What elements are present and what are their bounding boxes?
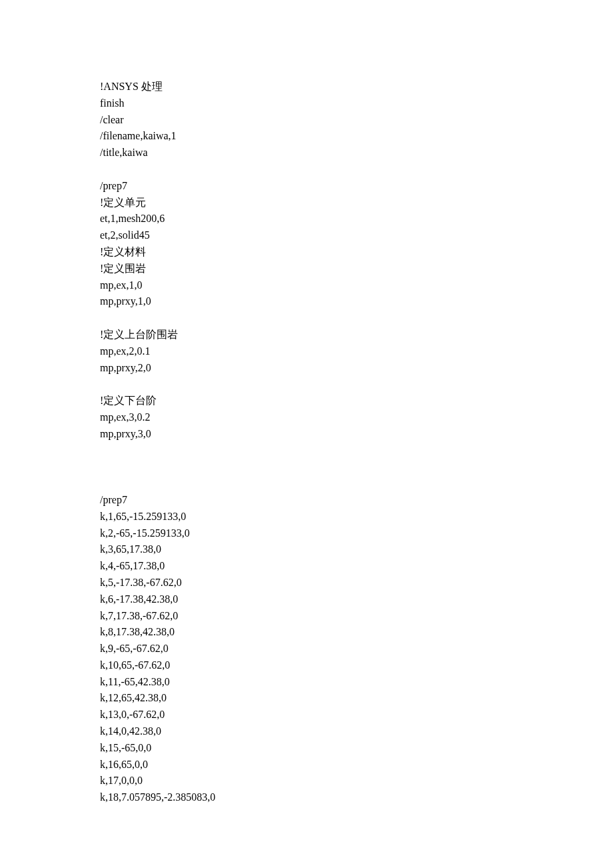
code-line: k,11,-65,42.38,0	[100, 674, 513, 691]
code-line: /clear	[100, 112, 513, 129]
code-line	[100, 475, 513, 492]
code-line	[100, 459, 513, 475]
code-line: k,5,-17.38,-67.62,0	[100, 575, 513, 591]
code-line: k,4,-65,17.38,0	[100, 558, 513, 575]
code-line: !定义上台阶围岩	[100, 327, 513, 343]
code-line: k,9,-65,-67.62,0	[100, 641, 513, 657]
code-line: k,7,17.38,-67.62,0	[100, 608, 513, 625]
code-line: k,12,65,42.38,0	[100, 690, 513, 707]
code-line: /prep7	[100, 178, 513, 195]
code-line: !定义材料	[100, 244, 513, 261]
code-line: mp,ex,3,0.2	[100, 409, 513, 426]
code-line	[100, 310, 513, 327]
code-line: mp,ex,1,0	[100, 277, 513, 294]
code-line: !定义围岩	[100, 261, 513, 277]
code-line: k,3,65,17.38,0	[100, 541, 513, 558]
code-line	[100, 161, 513, 178]
code-line: k,15,-65,0,0	[100, 740, 513, 757]
code-line: !定义单元	[100, 195, 513, 211]
code-line: finish	[100, 95, 513, 112]
code-line: k,6,-17.38,42.38,0	[100, 591, 513, 608]
code-line: !ANSYS 处理	[100, 79, 513, 95]
code-line	[100, 376, 513, 393]
code-line: k,18,7.057895,-2.385083,0	[100, 789, 513, 806]
code-line: k,10,65,-67.62,0	[100, 657, 513, 674]
code-line: k,2,-65,-15.259133,0	[100, 525, 513, 542]
code-line: k,8,17.38,42.38,0	[100, 624, 513, 641]
code-line: k,16,65,0,0	[100, 757, 513, 773]
code-line: /filename,kaiwa,1	[100, 128, 513, 145]
code-block: !ANSYS 处理finish/clear/filename,kaiwa,1/t…	[100, 79, 513, 806]
document-page: !ANSYS 处理finish/clear/filename,kaiwa,1/t…	[0, 0, 613, 868]
code-line: /title,kaiwa	[100, 145, 513, 161]
code-line: et,2,solid45	[100, 227, 513, 244]
code-line: et,1,mesh200,6	[100, 211, 513, 227]
code-line: /prep7	[100, 492, 513, 509]
code-line: mp,ex,2,0.1	[100, 343, 513, 360]
code-line	[100, 443, 513, 459]
code-line: mp,prxy,3,0	[100, 426, 513, 443]
code-line: mp,prxy,1,0	[100, 293, 513, 310]
code-line: !定义下台阶	[100, 393, 513, 409]
code-line: mp,prxy,2,0	[100, 360, 513, 377]
code-line: k,17,0,0,0	[100, 773, 513, 789]
code-line: k,13,0,-67.62,0	[100, 707, 513, 723]
code-line: k,14,0,42.38,0	[100, 723, 513, 740]
code-line: k,1,65,-15.259133,0	[100, 509, 513, 525]
